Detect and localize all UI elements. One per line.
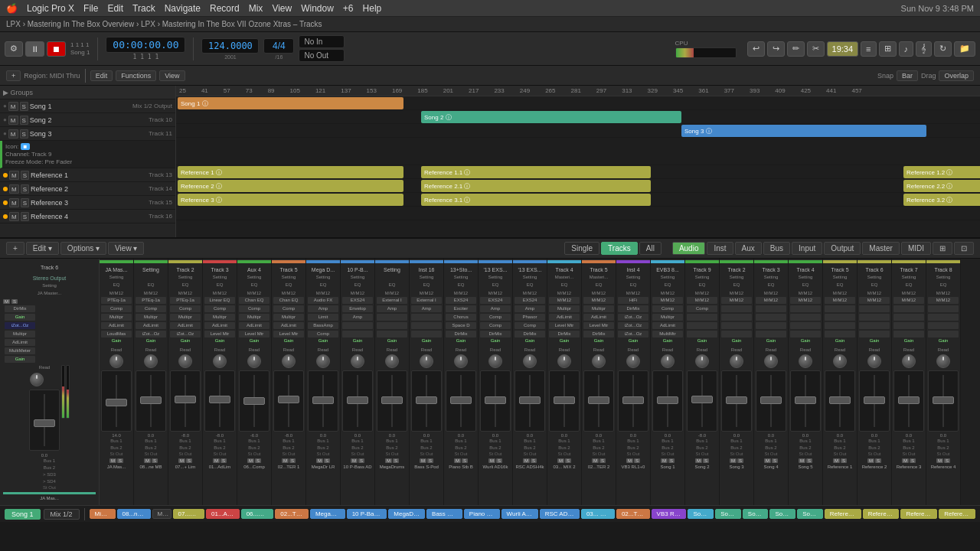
- stop-btn[interactable]: ⏹: [47, 41, 66, 57]
- ch-p4-4[interactable]: AdLimit: [239, 322, 270, 329]
- ch-p1-13[interactable]: M/M12: [549, 297, 580, 304]
- tab-bus[interactable]: Bus: [763, 242, 790, 255]
- ch-p3-23[interactable]: [893, 314, 924, 321]
- ch-knob-6[interactable]: [316, 354, 330, 368]
- master-fader[interactable]: [29, 390, 60, 451]
- ch-p1-6[interactable]: Audio FX: [308, 297, 338, 304]
- ch-knob-11[interactable]: [488, 354, 502, 368]
- ch-p5-15[interactable]: iZot...Oz: [618, 331, 648, 337]
- ch-fader-2[interactable]: [170, 370, 201, 432]
- settings-btn[interactable]: ⚙: [5, 41, 23, 57]
- ch-p2-23[interactable]: [893, 305, 924, 312]
- ch-p4-15[interactable]: iZot...Oz: [618, 322, 648, 329]
- ch-p2-24[interactable]: [928, 305, 959, 312]
- ch-p4-20[interactable]: [790, 322, 821, 329]
- ch-p2-9[interactable]: Amp: [411, 305, 442, 312]
- master-mute[interactable]: M: [3, 299, 10, 304]
- region-ref3-2[interactable]: Reference 3.2 ⓘ: [903, 194, 980, 206]
- ch-p2-0[interactable]: Comp: [101, 305, 132, 312]
- ch-fader-10[interactable]: [446, 370, 476, 432]
- ch-p4-21[interactable]: [825, 322, 855, 329]
- tab-output[interactable]: Output: [824, 242, 861, 255]
- ch-fader-handle-21[interactable]: [829, 396, 851, 404]
- ch-p2-5[interactable]: Comp: [273, 305, 304, 312]
- ch-p3-11[interactable]: Comp: [480, 314, 511, 321]
- bottom-track-tab-21[interactable]: Song 5: [797, 509, 823, 519]
- ch-p3-14[interactable]: AdLimit: [583, 314, 614, 321]
- ch-p2-10[interactable]: Exciter: [446, 305, 476, 312]
- ch-p3-24[interactable]: [928, 314, 959, 321]
- ch-fader-0[interactable]: [101, 370, 132, 432]
- bottom-track-tab-7[interactable]: MegaDr LR: [310, 509, 345, 519]
- ch-p4-3[interactable]: AdLimit: [204, 322, 235, 329]
- ch-knob-17[interactable]: [695, 354, 709, 368]
- master-plugin-multimtr[interactable]: MultiMeter: [5, 347, 35, 354]
- ch-p2-16[interactable]: Comp: [652, 305, 683, 312]
- ch-knob-3[interactable]: [213, 354, 227, 368]
- ch-fader-handle-20[interactable]: [795, 396, 816, 404]
- ch-knob-19[interactable]: [764, 354, 778, 368]
- menu-record[interactable]: Record: [210, 3, 240, 14]
- ch-fader-18[interactable]: [721, 370, 752, 432]
- ch-fader-17[interactable]: [687, 370, 717, 432]
- ch-fader-22[interactable]: [859, 370, 890, 432]
- ch-knob-22[interactable]: [867, 354, 881, 368]
- ch-knob-24[interactable]: [936, 354, 950, 368]
- master-plugin-gain2[interactable]: Gain: [5, 356, 35, 363]
- ch-p5-12[interactable]: DirMix: [514, 331, 545, 337]
- ch-knob-4[interactable]: [247, 354, 261, 368]
- ch-p1-1[interactable]: PTEq-1a: [136, 297, 166, 304]
- solo-btn-ref2[interactable]: S: [21, 184, 29, 194]
- ch-p5-2[interactable]: iZot...Oz: [170, 331, 201, 337]
- bottom-track-tab-5[interactable]: 06...Comp: [241, 509, 274, 519]
- ch-p5-21[interactable]: [825, 331, 855, 337]
- ch-fader-1[interactable]: [136, 370, 166, 432]
- ch-p2-22[interactable]: [859, 305, 890, 312]
- ch-p4-10[interactable]: Space D: [446, 322, 476, 329]
- ch-p5-19[interactable]: [756, 331, 786, 337]
- ch-knob-0[interactable]: [109, 354, 123, 368]
- ch-p5-13[interactable]: DirMix: [549, 331, 580, 337]
- bottom-track-tab-2[interactable]: M S: [152, 509, 172, 519]
- pencil-tool[interactable]: ✏: [787, 41, 805, 57]
- ch-fader-handle-11[interactable]: [485, 396, 506, 404]
- bottom-track-tab-25[interactable]: Reference 4: [939, 509, 975, 519]
- mute-btn-ref2[interactable]: M: [9, 184, 19, 194]
- menu-help[interactable]: Help: [363, 3, 382, 14]
- ch-p3-20[interactable]: [790, 314, 821, 321]
- tab-aux[interactable]: Aux: [735, 242, 762, 255]
- ch-fader-handle-6[interactable]: [312, 396, 334, 404]
- ch-p5-10[interactable]: DirMix: [446, 331, 476, 337]
- ch-p4-1[interactable]: AdLimit: [136, 322, 166, 329]
- ch-p3-5[interactable]: Multipr: [273, 314, 304, 321]
- ch-p1-19[interactable]: M/M12: [756, 297, 786, 304]
- ch-p3-9[interactable]: [411, 314, 442, 321]
- ch-p1-23[interactable]: M/M12: [893, 297, 924, 304]
- bottom-track-tab-10[interactable]: Bass S-Pod: [426, 509, 462, 519]
- ch-p3-10[interactable]: Chorus: [446, 314, 476, 321]
- ch-fader-handle-0[interactable]: [106, 399, 127, 406]
- ch-p1-3[interactable]: Linear EQ: [204, 297, 235, 304]
- options-mixer-btn[interactable]: Options ▾: [60, 242, 106, 255]
- solo-btn-song2[interactable]: S: [20, 116, 28, 125]
- ch-knob-2[interactable]: [178, 354, 192, 368]
- solo-btn-ref1[interactable]: S: [21, 171, 29, 180]
- ch-fader-15[interactable]: [618, 370, 648, 432]
- ch-p3-18[interactable]: [721, 314, 752, 321]
- ch-p4-8[interactable]: [377, 322, 407, 329]
- ch-fader-23[interactable]: [893, 370, 924, 432]
- mute-btn-ref4[interactable]: M: [9, 212, 19, 221]
- solo-btn-ref4[interactable]: S: [21, 212, 29, 221]
- ch-knob-15[interactable]: [626, 354, 640, 368]
- ch-fader-13[interactable]: [549, 370, 580, 432]
- ch-knob-9[interactable]: [420, 354, 433, 368]
- ch-fader-handle-10[interactable]: [450, 396, 472, 404]
- menu-window[interactable]: Window: [301, 3, 334, 14]
- menu-view[interactable]: View: [272, 3, 292, 14]
- bottom-track-tab-1[interactable]: 08...ne MB: [117, 509, 151, 519]
- tab-input[interactable]: Input: [792, 242, 822, 255]
- bottom-track-tab-15[interactable]: 02...TER 2: [616, 509, 650, 519]
- ch-p1-12[interactable]: EXS24: [514, 297, 545, 304]
- ch-p5-24[interactable]: [928, 331, 959, 337]
- solo-btn-ref3[interactable]: S: [21, 198, 29, 207]
